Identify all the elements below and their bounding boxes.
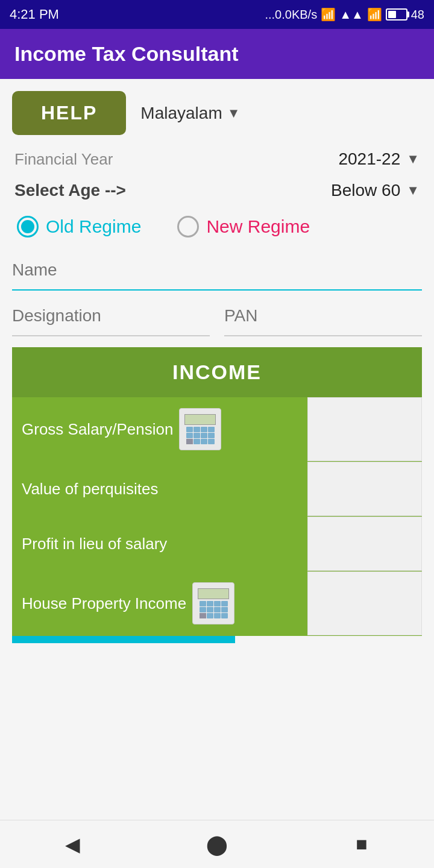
gross-salary-label-cell: Gross Salary/Pension bbox=[12, 397, 307, 461]
name-input[interactable] bbox=[12, 256, 422, 285]
perquisites-label: Value of perquisites bbox=[22, 480, 158, 498]
old-regime-option[interactable]: Old Regime bbox=[17, 216, 141, 237]
profit-input-cell bbox=[307, 517, 422, 571]
old-regime-label: Old Regime bbox=[46, 216, 141, 237]
calc-buttons bbox=[186, 427, 215, 444]
house-property-label-cell: House Property Income bbox=[12, 571, 307, 635]
age-label: Select Age --> bbox=[14, 181, 126, 200]
language-dropdown-arrow: ▼ bbox=[227, 105, 241, 121]
house-property-label: House Property Income bbox=[22, 594, 186, 613]
perquisites-label-cell: Value of perquisites bbox=[12, 462, 307, 516]
profit-input[interactable] bbox=[308, 517, 421, 570]
calc-buttons-2 bbox=[200, 601, 228, 618]
home-button[interactable]: ⬤ bbox=[199, 826, 235, 863]
regime-row: Old Regime New Regime bbox=[12, 216, 422, 237]
app-title: Income Tax Consultant bbox=[14, 42, 239, 65]
financial-year-row: Financial Year 2021-22 ▼ bbox=[12, 149, 422, 169]
fy-dropdown-arrow: ▼ bbox=[406, 151, 420, 167]
gross-salary-input[interactable] bbox=[308, 398, 421, 461]
profit-label: Profit in lieu of salary bbox=[22, 535, 167, 553]
pan-input[interactable] bbox=[224, 301, 422, 330]
perquisites-input[interactable] bbox=[308, 462, 421, 515]
pan-field bbox=[224, 301, 422, 336]
income-row-house-property: House Property Income bbox=[12, 571, 422, 636]
house-property-calc-icon[interactable] bbox=[192, 582, 234, 624]
status-icons: ...0.0KB/s 📶 ▲▲ 📶 48 bbox=[265, 7, 424, 22]
house-property-input-cell bbox=[307, 571, 422, 635]
income-row-profit: Profit in lieu of salary bbox=[12, 517, 422, 571]
age-value: Below 60 bbox=[331, 181, 400, 200]
old-regime-radio-fill bbox=[21, 220, 34, 233]
network-speed: ...0.0KB/s bbox=[265, 8, 317, 22]
new-regime-option[interactable]: New Regime bbox=[177, 216, 310, 237]
language-value: Malayalam bbox=[140, 104, 222, 123]
profit-label-cell: Profit in lieu of salary bbox=[12, 517, 307, 571]
app-header: Income Tax Consultant bbox=[0, 29, 434, 79]
designation-pan-row bbox=[12, 301, 422, 336]
status-bar: 4:21 PM ...0.0KB/s 📶 ▲▲ 📶 48 bbox=[0, 0, 434, 29]
gross-salary-input-cell bbox=[307, 397, 422, 461]
designation-field bbox=[12, 301, 210, 336]
fy-label: Financial Year bbox=[14, 150, 113, 169]
old-regime-radio[interactable] bbox=[17, 216, 39, 237]
battery-icon bbox=[386, 8, 407, 20]
age-dropdown-arrow: ▼ bbox=[406, 183, 420, 198]
wifi-icon: 📶 bbox=[367, 7, 382, 22]
stop-button[interactable]: ■ bbox=[344, 826, 380, 863]
bottom-nav: ◀ ⬤ ■ bbox=[0, 820, 434, 868]
new-regime-label: New Regime bbox=[206, 216, 310, 237]
top-row: HELP Malayalam ▼ bbox=[12, 91, 422, 135]
gross-salary-label: Gross Salary/Pension bbox=[22, 420, 173, 439]
income-section-header: INCOME bbox=[12, 347, 422, 397]
signal-icon: ▲▲ bbox=[339, 8, 363, 22]
gross-salary-calc-icon[interactable] bbox=[179, 408, 221, 450]
language-dropdown[interactable]: Malayalam ▼ bbox=[140, 104, 240, 123]
fy-dropdown[interactable]: 2021-22 ▼ bbox=[338, 149, 420, 169]
designation-input[interactable] bbox=[12, 301, 210, 330]
cyan-stripe bbox=[12, 636, 235, 643]
income-row-gross-salary: Gross Salary/Pension bbox=[12, 397, 422, 462]
house-property-input[interactable] bbox=[308, 572, 421, 635]
bluetooth-icon: 📶 bbox=[321, 7, 336, 22]
status-time: 4:21 PM bbox=[10, 7, 59, 22]
age-dropdown[interactable]: Below 60 ▼ bbox=[331, 181, 420, 200]
calc-screen bbox=[184, 414, 216, 425]
back-button[interactable]: ◀ bbox=[54, 826, 90, 863]
calc-screen-2 bbox=[198, 588, 229, 599]
help-button[interactable]: HELP bbox=[12, 91, 126, 135]
battery-level: 48 bbox=[411, 8, 424, 22]
income-row-perquisites: Value of perquisites bbox=[12, 462, 422, 517]
age-row: Select Age --> Below 60 ▼ bbox=[12, 181, 422, 200]
name-field bbox=[12, 256, 422, 291]
new-regime-radio[interactable] bbox=[177, 216, 199, 237]
fy-value: 2021-22 bbox=[338, 149, 400, 169]
main-content: HELP Malayalam ▼ Financial Year 2021-22 … bbox=[0, 79, 434, 655]
perquisites-input-cell bbox=[307, 462, 422, 516]
